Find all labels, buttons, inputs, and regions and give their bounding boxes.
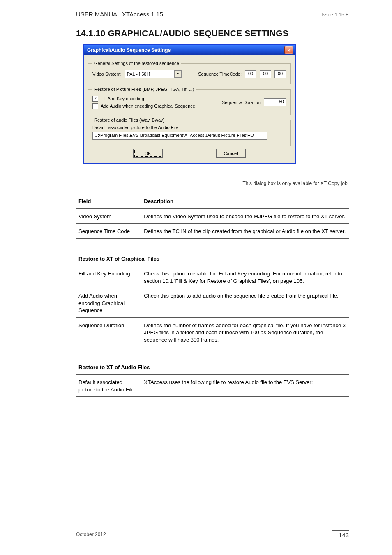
cancel-button[interactable]: Cancel xyxy=(216,149,246,158)
add-audio-label: Add Audio when encoding Graphical Sequen… xyxy=(101,104,195,109)
footer-date: October 2012 xyxy=(76,532,106,537)
sequence-duration-input[interactable]: 50 xyxy=(264,98,286,106)
group-general-legend: General Settings of the restored sequenc… xyxy=(92,61,181,66)
page-footer: October 2012 143 xyxy=(76,530,349,539)
group-audio-legend: Restore of audio Files (Wav, Bwav) xyxy=(92,118,166,123)
section-note: This dialog box is only available for XT… xyxy=(76,180,349,186)
sequence-duration-label: Sequence Duration xyxy=(222,100,261,105)
page-number: 143 xyxy=(332,530,349,539)
th-desc: Description xyxy=(141,190,349,208)
section-title: 14.1.10 GRAPHICAL/AUDIO SEQUENCE SETTING… xyxy=(76,28,349,38)
group-title-audio: Restore to XT of Audio Files xyxy=(76,356,349,375)
group-audio: Restore of audio Files (Wav, Bwav) Defau… xyxy=(88,118,291,146)
default-picture-label: Default associated picture to the Audio … xyxy=(92,125,286,130)
video-system-label: Video System: xyxy=(92,72,122,76)
table-row: Sequence Time Code Defines the TC IN of … xyxy=(76,224,349,239)
close-button[interactable]: × xyxy=(284,46,293,54)
glossary-table-3: Restore to XT of Audio Files Default ass… xyxy=(76,356,349,397)
table-row: Add Audio when encoding Graphical Sequen… xyxy=(76,288,349,318)
tc-ss-input[interactable]: 00 xyxy=(274,70,286,78)
checkbox-unchecked-icon xyxy=(92,103,98,109)
table-row: Default associated picture to the Audio … xyxy=(76,375,349,397)
add-audio-checkbox[interactable]: Add Audio when encoding Graphical Sequen… xyxy=(92,103,195,109)
th-field: Field xyxy=(76,190,141,208)
group-general: General Settings of the restored sequenc… xyxy=(88,61,291,84)
table-row: Sequence Duration Defines the number of … xyxy=(76,317,349,347)
group-picture-legend: Restore of Picture Files (BMP, JPEG, TGA… xyxy=(92,87,196,92)
dialog-title: Graphical/Audio Sequence Settings xyxy=(87,47,171,53)
dialog-titlebar: Graphical/Audio Sequence Settings × xyxy=(84,45,295,55)
issue-label: Issue 1.15.E xyxy=(321,12,349,18)
table-row: Video System Defines the Video System us… xyxy=(76,208,349,224)
fill-key-label: Fill And Key encoding xyxy=(101,96,144,101)
video-system-value: PAL - [ 50i ] xyxy=(125,72,174,76)
ok-button[interactable]: OK xyxy=(133,149,163,158)
glossary-table-2: Restore to XT of Graphical Files Fill an… xyxy=(76,248,349,347)
settings-dialog: Graphical/Audio Sequence Settings × Gene… xyxy=(83,44,296,164)
group-picture: Restore of Picture Files (BMP, JPEG, TGA… xyxy=(88,87,291,115)
default-picture-path-input[interactable]: C:\Program Files\EVS Broadcast Equipment… xyxy=(92,132,267,140)
tc-mm-input[interactable]: 00 xyxy=(260,70,271,78)
fill-key-checkbox[interactable]: ✓ Fill And Key encoding xyxy=(92,96,144,102)
glossary-table-1: Field Description Video System Defines t… xyxy=(76,190,349,239)
table-row: Fill and Key Encoding Check this option … xyxy=(76,266,349,288)
doc-category: USER MANUAL XTAccess 1.15 xyxy=(76,11,163,18)
tc-hh-input[interactable]: 00 xyxy=(245,70,256,78)
chevron-down-icon[interactable]: ▼ xyxy=(174,70,182,78)
checkbox-checked-icon: ✓ xyxy=(92,96,98,102)
browse-button[interactable]: ... xyxy=(274,132,286,140)
group-title-graphical: Restore to XT of Graphical Files xyxy=(76,248,349,266)
sequence-tc-label: Sequence TimeCode: xyxy=(198,72,242,76)
video-system-combo[interactable]: PAL - [ 50i ] ▼ xyxy=(125,70,182,78)
